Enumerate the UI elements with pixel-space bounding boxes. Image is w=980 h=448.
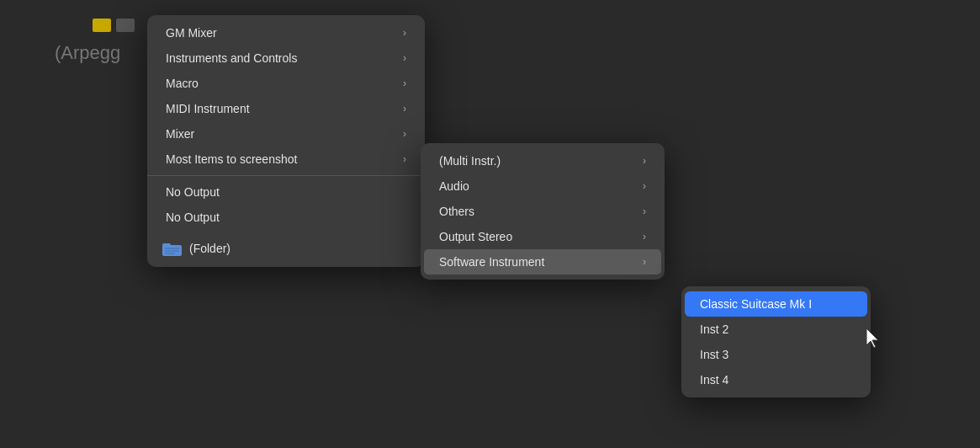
menu-level-2: (Multi Instr.) › Audio › Others › Output… — [421, 143, 665, 280]
chevron-icon: › — [643, 205, 646, 217]
menu-level-3: Classic Suitcase Mk I Inst 2 Inst 3 Inst… — [681, 286, 871, 397]
chevron-icon: › — [643, 155, 646, 167]
menu-separator — [147, 175, 425, 176]
toolbar-icon — [93, 19, 111, 32]
menu-item-inst3-label: Inst 3 — [700, 348, 728, 361]
chevron-icon: › — [403, 128, 406, 140]
menu-item-most-items-label: Most Items to screenshot — [166, 152, 297, 166]
menu-item-gm-mixer-label: GM Mixer — [166, 26, 217, 40]
menu-item-others[interactable]: Others › — [424, 199, 661, 224]
menu-item-instruments-label: Instruments and Controls — [166, 51, 297, 65]
menu-item-audio[interactable]: Audio › — [424, 173, 661, 199]
menu-item-no-output-1[interactable]: No Output — [151, 179, 421, 205]
menu-item-macro[interactable]: Macro › — [151, 71, 421, 96]
menu-item-others-label: Others — [439, 205, 474, 218]
chevron-icon: › — [403, 153, 406, 165]
folder-icon — [162, 241, 183, 256]
toolbar-icon2 — [116, 19, 135, 32]
menu-item-inst4[interactable]: Inst 4 — [685, 367, 867, 392]
chevron-icon: › — [643, 180, 646, 192]
chevron-icon: › — [403, 77, 406, 89]
chevron-icon: › — [403, 52, 406, 64]
menu-item-software-instrument[interactable]: Software Instrument › — [424, 249, 661, 275]
bg-title: (Arpegg — [55, 42, 120, 64]
menu-item-software-instrument-label: Software Instrument — [439, 255, 544, 269]
chevron-icon: › — [403, 103, 406, 115]
menu-item-output-stereo[interactable]: Output Stereo › — [424, 224, 661, 249]
menu-item-instruments[interactable]: Instruments and Controls › — [151, 45, 421, 71]
menu-item-most-items[interactable]: Most Items to screenshot › — [151, 147, 421, 172]
menu-item-mixer[interactable]: Mixer › — [151, 121, 421, 147]
menu-item-macro-label: Macro — [166, 77, 199, 90]
menu-item-inst4-label: Inst 4 — [700, 373, 728, 387]
menu-item-no-output-2[interactable]: No Output — [151, 205, 421, 230]
menu-item-multi-instr[interactable]: (Multi Instr.) › — [424, 148, 661, 173]
chevron-icon: › — [643, 256, 646, 268]
menu-item-inst3[interactable]: Inst 3 — [685, 342, 867, 367]
menu-item-inst2-label: Inst 2 — [700, 323, 728, 336]
menu-item-inst2[interactable]: Inst 2 — [685, 317, 867, 342]
chevron-icon: › — [403, 27, 406, 39]
menu-item-output-stereo-label: Output Stereo — [439, 230, 512, 243]
menu-item-multi-instr-label: (Multi Instr.) — [439, 154, 501, 168]
menu-item-no-output-1-label: No Output — [166, 185, 220, 199]
menu-item-midi-instrument-label: MIDI Instrument — [166, 102, 250, 115]
menu-item-audio-label: Audio — [439, 179, 469, 193]
menu-item-classic-suitcase[interactable]: Classic Suitcase Mk I — [685, 291, 867, 317]
menu-item-no-output-2-label: No Output — [166, 211, 220, 224]
menu-item-classic-suitcase-label: Classic Suitcase Mk I — [700, 297, 812, 311]
menu-item-midi-instrument[interactable]: MIDI Instrument › — [151, 96, 421, 121]
menu-item-mixer-label: Mixer — [166, 127, 194, 141]
svg-rect-1 — [162, 243, 171, 248]
chevron-icon: › — [643, 231, 646, 243]
menu-item-folder-label: (Folder) — [189, 242, 230, 255]
menu-item-folder[interactable]: (Folder) — [147, 235, 425, 262]
menu-level-1: GM Mixer › Instruments and Controls › Ma… — [147, 15, 425, 267]
menu-item-gm-mixer[interactable]: GM Mixer › — [151, 20, 421, 45]
